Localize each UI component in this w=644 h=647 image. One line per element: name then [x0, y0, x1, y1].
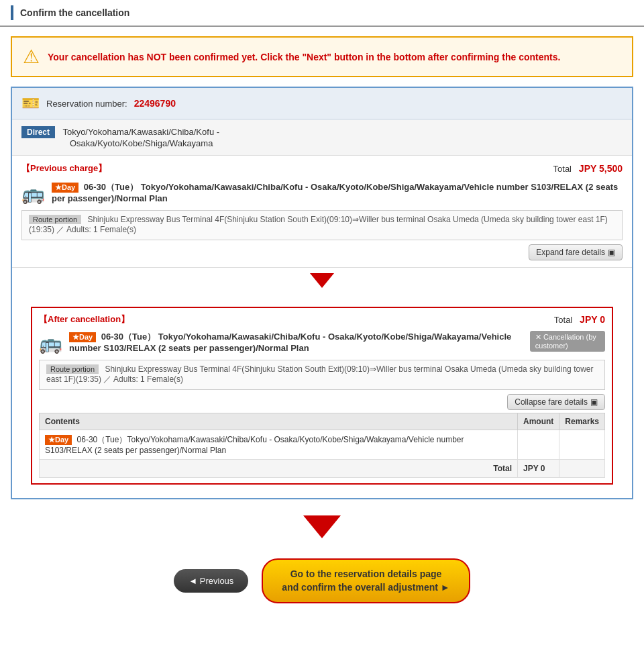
arrow-down-wrapper — [12, 268, 632, 293]
after-trip-title-block: ★Day 06-30（Tue） Tokyo/Yokohama/Kawasaki/… — [69, 331, 530, 353]
expand-icon: ▣ — [608, 248, 615, 257]
col-contents: Contents — [40, 413, 518, 430]
previous-button-label: ◄ Previous — [189, 576, 233, 586]
previous-day-badge: ★Day — [52, 183, 78, 193]
big-arrow-down-icon — [303, 515, 341, 538]
collapse-icon: ▣ — [590, 397, 598, 407]
table-row-remarks — [559, 430, 605, 460]
next-button-label: Go to the reservation details page and c… — [282, 568, 449, 594]
table-row: ★Day 06-30（Tue）Tokyo/Yokohama/Kawasaki/C… — [40, 430, 605, 460]
cancel-badge: ✕ Cancellation (by customer) — [530, 331, 605, 352]
route-name-line1: Tokyo/Yokohama/Kawasaki/Chiba/Kofu - — [62, 127, 219, 137]
previous-charge-label: 【Previous charge】 — [21, 162, 107, 175]
reservation-number-label: Reservation number: — [46, 99, 127, 109]
warning-icon: ⚠ — [23, 46, 40, 68]
previous-trip-title: 06-30（Tue） Tokyo/Yokohama/Kawasaki/Chiba… — [52, 182, 618, 203]
warning-box: ⚠ Your cancellation has NOT been confirm… — [11, 36, 633, 77]
previous-button[interactable]: ◄ Previous — [174, 569, 248, 593]
after-bus-icon: 🚌 — [39, 332, 62, 354]
after-cancel-trip-section: 🚌 ★Day 06-30（Tue） Tokyo/Yokohama/Kawasak… — [32, 331, 612, 483]
fare-table: Contents Amount Remarks ★Day 06-30（Tue）T… — [39, 413, 605, 478]
table-day-badge: ★Day — [45, 435, 72, 445]
col-remarks: Remarks — [559, 413, 605, 430]
expand-fare-details-button[interactable]: Expand fare details ▣ — [529, 244, 623, 260]
previous-charge-section: 【Previous charge】 Total JPY 5,500 🚌 ★Day… — [12, 156, 632, 268]
col-amount: Amount — [517, 413, 559, 430]
after-cancel-trip-row: 🚌 ★Day 06-30（Tue） Tokyo/Yokohama/Kawasak… — [39, 331, 605, 354]
after-cancel-header: 【After cancellation】 Total JPY 0 — [32, 308, 612, 331]
direct-badge: Direct — [21, 126, 55, 138]
total-label-cell: Total — [40, 460, 518, 478]
total-value-cell: JPY 0 — [517, 460, 559, 478]
reservation-icon: 🎫 — [21, 95, 40, 112]
previous-trip-info: ★Day 06-30（Tue） Tokyo/Yokohama/Kawasaki/… — [52, 181, 623, 205]
route-portion-label: Route portion — [29, 215, 81, 224]
route-name-line2: Osaka/Kyoto/Kobe/Shiga/Wakayama — [70, 138, 213, 148]
after-route-portion-label: Route portion — [46, 364, 99, 374]
bottom-nav: ◄ Previous Go to the reservation details… — [0, 545, 644, 619]
page-title: Confirm the cancellation — [20, 7, 129, 18]
after-route-portion: Route portion Shinjuku Expressway Bus Te… — [39, 360, 605, 390]
collapse-fare-details-wrapper: Collapse fare details ▣ — [39, 394, 605, 410]
warning-text: Your cancellation has NOT been confirmed… — [48, 52, 560, 62]
route-box: Direct Tokyo/Yokohama/Kawasaki/Chiba/Kof… — [12, 119, 632, 156]
previous-route-portion-text: Shinjuku Expressway Bus Terminal 4F(Shin… — [29, 215, 608, 234]
table-row-contents: ★Day 06-30（Tue）Tokyo/Yokohama/Kawasaki/C… — [40, 430, 518, 460]
after-trip-title: 06-30（Tue） Tokyo/Yokohama/Kawasaki/Chiba… — [69, 332, 511, 353]
header-bar — [11, 5, 13, 20]
after-cancel-box: 【After cancellation】 Total JPY 0 🚌 ★D — [31, 307, 613, 485]
arrow-down-icon — [310, 273, 334, 288]
page-wrapper: Confirm the cancellation ⚠ Your cancella… — [0, 0, 644, 647]
big-arrow-wrapper — [0, 509, 644, 545]
reservation-header: 🎫 Reservation number: 22496790 — [12, 88, 632, 119]
after-route-portion-text: Shinjuku Expressway Bus Terminal 4F(Shin… — [46, 364, 593, 384]
table-row-amount — [517, 430, 559, 460]
next-button[interactable]: Go to the reservation details page and c… — [262, 558, 470, 603]
previous-charge-total: Total JPY 5,500 — [553, 163, 623, 174]
previous-trip-row: 🚌 ★Day 06-30（Tue） Tokyo/Yokohama/Kawasak… — [21, 181, 623, 205]
expand-fare-details-wrapper: Expand fare details ▣ — [21, 244, 623, 260]
previous-route-portion: Route portion Shinjuku Expressway Bus Te… — [21, 210, 623, 240]
table-total-row: Total JPY 0 — [40, 460, 605, 478]
after-cancellation-outer: 【After cancellation】 Total JPY 0 🚌 ★D — [12, 293, 632, 498]
after-trip-info: ★Day 06-30（Tue） Tokyo/Yokohama/Kawasaki/… — [69, 331, 605, 354]
collapse-fare-details-button[interactable]: Collapse fare details ▣ — [507, 394, 605, 410]
main-content-box: 🎫 Reservation number: 22496790 Direct To… — [11, 87, 633, 499]
table-row-trip: 06-30（Tue）Tokyo/Yokohama/Kawasaki/Chiba/… — [45, 435, 464, 455]
reservation-number-value: 22496790 — [134, 98, 176, 109]
total-remarks-cell — [559, 460, 605, 478]
bus-icon: 🚌 — [21, 183, 45, 205]
after-day-badge: ★Day — [69, 332, 96, 342]
page-header: Confirm the cancellation — [0, 0, 644, 27]
after-cancel-total: Total JPY 0 — [554, 314, 605, 325]
after-cancel-label: 【After cancellation】 — [39, 313, 129, 326]
